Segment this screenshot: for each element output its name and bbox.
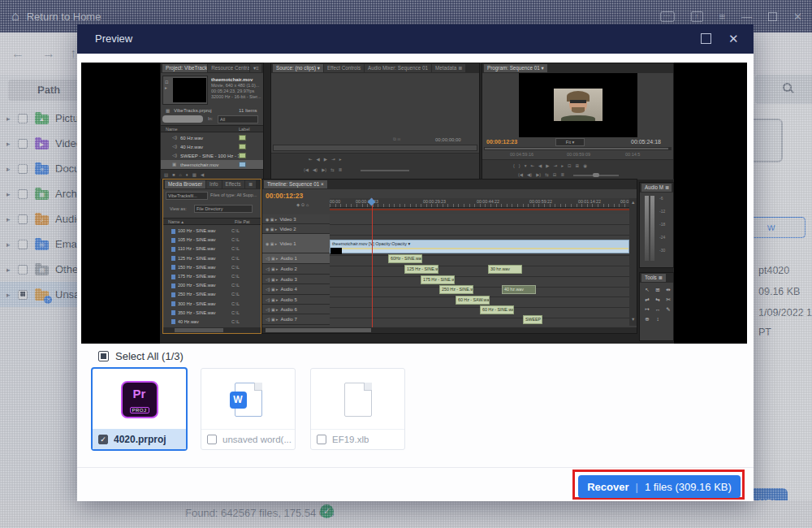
pp-media-row: 175 Hz - SINE.wav C:\L [163,272,261,281]
pp-media-row: 125 Hz - SINE.wav C:\L [163,254,261,263]
pp-program-timecode-current: 00:00:12:23 [486,139,517,145]
pp-media-rows: 100 Hz - SINE.wav C:\L 105 Hz - SINE.wav… [163,227,261,327]
person-beard [572,107,585,113]
pp-project-panel: Project: VibeTracks Resource Central ▾≡ … [160,63,264,179]
file-name: 4020.prproj [114,434,166,445]
pp-mini-ruler-label: 00:09:59:09 [567,152,590,158]
pp-label-chip [239,144,246,149]
pp-tool-icon: ↦ [642,305,652,314]
pp-media-row: 110 Hz - SINE.wav C:\L [163,245,261,253]
recover-label: Recover [587,481,628,493]
pp-media-row: 40 Hz.wav C:\L [163,318,261,327]
pp-label-chip [239,153,246,158]
pp-media-list-header: Name ▴ File Pat [163,218,261,225]
file-checkbox[interactable]: ✓ [98,435,108,444]
pp-tab-resource-central: Resource Central [208,64,249,72]
modal-maximize-button[interactable] [701,33,711,44]
pp-media-row: 200 Hz - SINE.wav C:\L [163,281,261,290]
pp-audio-clip: SWEEP [523,315,542,324]
file-checkbox[interactable] [207,435,217,444]
file-card-word[interactable]: W unsaved word(... [201,368,296,450]
pp-project-row: ▣ theemotchair.mov [161,160,263,169]
pp-tool-icon: ⇆ [653,295,663,304]
pp-ruler-label: 00:00:44:22 [477,199,499,204]
pp-tab-effects: Effects [222,180,244,188]
pp-ruler-label: 00:00 [330,199,340,204]
pp-items-count: 11 Items [239,107,257,114]
pp-tool-icon: ↕ [653,314,663,323]
pp-clip-info: theemotchair.mov Movie, 640 x 480 (1.0).… [211,76,263,100]
pp-timeline-hscroll [262,327,637,333]
pp-file-icon [171,229,175,234]
recover-button[interactable]: Recover | 1 files (309.16 KB) [578,475,741,498]
pp-file-icon [171,292,175,297]
pp-ruler-label: 00:00:29:23 [423,199,446,204]
pp-source-scrollstrip [273,145,477,151]
pp-file-icon [171,275,175,279]
pp-audio-clip: 125 Hz - SINE.w [404,265,438,274]
pp-tool-icon: ↔ [653,305,663,314]
file-name: unsaved word(... [222,435,292,444]
modal-header: Preview ✕ [77,24,754,54]
pp-tool-icon: ⊞ [653,285,663,294]
file-checkbox[interactable] [317,435,326,444]
pp-project-toolbar: ▤■⌂♦▦◀ [161,169,263,179]
pp-file-icon [171,283,175,288]
generic-file-icon [344,383,372,417]
pp-audio-clip: 175 Hz - SINE.w [421,275,455,284]
pp-audio-clip: 30 hz.wav [488,265,522,274]
pp-in-dropdown: All [218,115,258,123]
pp-project-list-header: Name Label [161,125,263,132]
pp-meter-scale: -6-12-18-24-30 [659,196,665,253]
pp-track-header: ◉ ▣ ▸ Video 3 [262,214,330,224]
pp-media-row: 250 Hz - SINE.wav C:\L [163,290,261,299]
recover-info: 1 files (309.16 KB) [645,481,732,493]
pp-source-timecode: 00;00;00;00 [435,136,461,143]
pp-audio-meters-panel: Audio M ≣ -6-12-18-24-30 [639,182,674,268]
select-all-checkbox[interactable] [98,351,109,361]
pp-label-chip [239,135,246,141]
file-card-xlb[interactable]: EF19.xlb [310,368,405,450]
pp-audio-clip: 250 Hz - SINE.w [439,285,473,294]
pp-tab-tools: Tools ≣ [641,274,666,282]
pp-media-row: 150 Hz - SINE.wav C:\L [163,263,261,272]
pp-tool-icon: ⇄ [642,295,652,304]
pp-program-mini-ruler: 00:04:59:1600:09:59:0900:14:5 [482,152,673,158]
pp-tab-audio-meters: Audio M ≣ [641,184,672,192]
person-shirt [561,115,595,121]
pp-media-row: 100 Hz - SINE.wav C:\L [163,227,261,236]
pp-project-row: ◁) SWEEP - SINE - 100 Hz - 30 [161,151,263,160]
pp-tab-info: Info [206,180,222,188]
pp-audio-clip: 60Hz - SINE.wav [388,254,422,263]
pp-project-row: ◁) 60 Hz.wav [161,133,263,142]
pp-media-row: 105 Hz - SINE.wav C:\L [163,236,261,245]
pp-tab-media-browser: Media Browser [165,180,205,188]
pp-timeline-vscroll: ▲ ▼ [629,198,637,326]
pp-track-header: ◉ ▣ ▸ Video 1 [262,234,330,253]
file-card-prproj[interactable]: Pr PROJ ✓ 4020.prproj [91,367,188,451]
pp-media-scrollbar [163,327,261,333]
pp-tools-panel: Tools ≣ ↖⊞⇹⇄⇆✄↦↔✎⊕↕ [639,272,674,341]
pp-program-timecode-duration: 00:05:24:18 [631,139,661,145]
pp-file-icon [171,301,175,306]
pp-meter-bar-right [650,196,654,261]
pp-program-panel: Program: Sequence 01 ▾ 00:00:12:23 Fit ▾… [482,63,674,179]
pp-media-dir-dropdown: VibeTracksfil... [166,192,208,200]
pp-file-icon [171,256,175,261]
pp-track-header: ◁) ▣ ▸ Audio 7 [262,314,330,325]
pp-program-transport: {}▾⇤◀▶⇥▸⊡⊞◉ (◀◀)▶)⇆⊟≣ [482,159,673,180]
pp-audio-clip: 60 Hz - SAW.wav [456,296,490,305]
footer-divider [77,467,754,468]
pp-source-transport: ⇤◀▶⇥▸ (◀◀)▶)⇆≣ [271,153,479,179]
pp-file-icon [171,319,175,324]
pp-timeline-timecode: 00:00:12:23 [266,192,303,200]
pp-media-row: 350 Hz - SINE.wav C:\L [163,309,261,318]
pp-file-icon [171,310,175,315]
pp-tab-effect-controls: Effect Controls [324,64,364,72]
pp-tool-icon: ⇹ [663,285,673,294]
pp-media-type-filter: Files of type: All Supp... [210,193,259,198]
modal-close-button[interactable]: ✕ [728,32,739,46]
pp-tool-icon: ↖ [642,285,652,294]
pp-source-panel: Source: (no clips) ▾ Effect Controls Aud… [270,63,480,179]
pp-audio-clip: 60 Hz - SINE.wav [480,305,514,314]
